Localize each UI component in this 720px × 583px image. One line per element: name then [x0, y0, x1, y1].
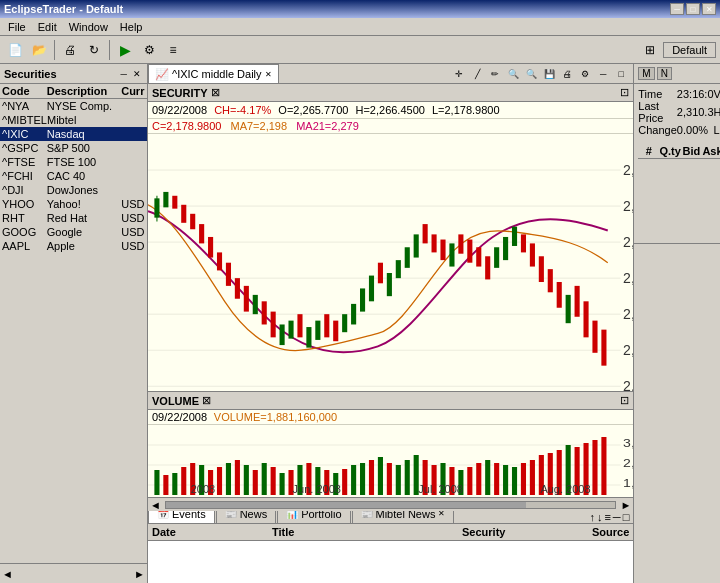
right-panel: M N ⊞ ─ □ Time 23:16:0 Volume 0 Last Pri… [633, 64, 720, 583]
chart-tool-cursor[interactable]: ✛ [451, 66, 467, 82]
chart-tab-close[interactable]: ✕ [265, 70, 272, 79]
chart-ma7: MA7=2,198 [230, 120, 287, 132]
chart-maximize[interactable]: □ [613, 66, 629, 82]
menu-edit[interactable]: Edit [32, 20, 63, 34]
security-row-fchi[interactable]: ^FCHICAC 40 [0, 169, 147, 183]
security-curr: USD [119, 198, 147, 210]
svg-rect-28 [333, 321, 338, 342]
settings-button[interactable]: ⚙ [138, 39, 160, 61]
scroll-thumb[interactable] [166, 502, 526, 508]
svg-rect-17 [235, 278, 240, 299]
svg-rect-36 [405, 247, 410, 268]
x-label-3: Jul. 2008 [418, 483, 463, 495]
securities-table: Code Description Curr ^NYANYSE Comp.^MIB… [0, 84, 147, 563]
price-label-6: 2,250 [623, 342, 633, 358]
security-row-dji[interactable]: ^DJIDowJones [0, 183, 147, 197]
chart-scrollbar[interactable]: ◄ ► [148, 497, 633, 511]
security-code: ^NYA [0, 100, 45, 112]
profile-selector[interactable]: Default [663, 42, 716, 58]
scroll-right-btn[interactable]: ► [620, 499, 631, 511]
play-button[interactable]: ▶ [114, 39, 136, 61]
security-desc: DowJones [45, 184, 119, 196]
close-button[interactable]: ✕ [702, 3, 716, 15]
chart-tool-line[interactable]: ╱ [469, 66, 485, 82]
volume-icon: ⊠ [202, 394, 211, 407]
svg-rect-26 [315, 321, 320, 340]
chart-tab-ixic[interactable]: 📈 ^IXIC middle Daily ✕ [148, 64, 279, 83]
panel-scroll-right[interactable]: ► [134, 568, 145, 580]
svg-rect-48 [512, 227, 517, 246]
chart-config[interactable]: ⚙ [577, 66, 593, 82]
menu-window[interactable]: Window [63, 20, 114, 34]
x-label-1: 2008 [191, 483, 215, 495]
svg-rect-33 [378, 263, 383, 284]
panel-close[interactable]: ✕ [131, 69, 143, 79]
right-info-table: Time 23:16:0 Volume 0 Last Price 2,310.3… [638, 88, 720, 136]
chart-save[interactable]: 💾 [541, 66, 557, 82]
right-N-button[interactable]: N [657, 67, 672, 80]
svg-rect-42 [458, 234, 463, 253]
chart-zoom-in[interactable]: 🔍 [523, 66, 539, 82]
security-code: YHOO [0, 198, 45, 210]
volume-value: VOLUME=1,881,160,000 [214, 411, 337, 423]
security-row-yhoo[interactable]: YHOOYahoo!USD [0, 197, 147, 211]
chart-tool-pen[interactable]: ✏ [487, 66, 503, 82]
print-button[interactable]: 🖨 [59, 39, 81, 61]
panel-bottom: ◄ ► [0, 563, 147, 583]
security-curr [119, 114, 147, 126]
menu-help[interactable]: Help [114, 20, 149, 34]
svg-rect-35 [396, 260, 401, 278]
svg-rect-58 [601, 330, 606, 366]
tab-menu[interactable]: ≡ [604, 511, 610, 523]
scroll-left-btn[interactable]: ◄ [150, 499, 161, 511]
chart-print[interactable]: 🖨 [559, 66, 575, 82]
col-security: Security [458, 526, 588, 538]
svg-rect-18 [244, 286, 249, 312]
security-row-nya[interactable]: ^NYANYSE Comp. [0, 99, 147, 113]
chart-expand-icon[interactable]: ⊡ [620, 86, 629, 99]
open-button[interactable]: 📂 [28, 39, 50, 61]
col-code: Code [0, 85, 45, 97]
tab-maximize[interactable]: □ [623, 511, 630, 523]
securities-title: Securities [4, 68, 57, 80]
security-row-gspc[interactable]: ^GSPCS&P 500 [0, 141, 147, 155]
svg-rect-20 [262, 301, 267, 324]
minimize-button[interactable]: ─ [670, 3, 684, 15]
svg-rect-44 [476, 247, 481, 266]
security-code: AAPL [0, 240, 45, 252]
security-row-aapl[interactable]: AAPLAppleUSD [0, 239, 147, 253]
more-button[interactable]: ≡ [162, 39, 184, 61]
tab-nav-up[interactable]: ↑ [589, 511, 595, 523]
maximize-button[interactable]: □ [686, 3, 700, 15]
chart-zoom-out[interactable]: 🔍 [505, 66, 521, 82]
chart-tab-label: ^IXIC middle Daily [172, 68, 262, 80]
order-book-header: # Q.ty Bid Ask Q.ty # [638, 144, 720, 159]
menu-file[interactable]: File [2, 20, 32, 34]
view-button[interactable]: ⊞ [639, 39, 661, 61]
security-row-ixic[interactable]: ^IXICNasdaq [0, 127, 147, 141]
ohlc-bar: 09/22/2008 CH=-4.17% O=2,265.7700 H=2,26… [148, 102, 633, 119]
panel-minimize[interactable]: ─ [119, 69, 129, 79]
chart-minimize[interactable]: ─ [595, 66, 611, 82]
price-label-1: 2,500 [623, 162, 633, 178]
scroll-track[interactable] [165, 501, 617, 509]
tab-minimize[interactable]: ─ [613, 511, 621, 523]
new-button[interactable]: 📄 [4, 39, 26, 61]
volume-info: 09/22/2008 VOLUME=1,881,160,000 [148, 410, 633, 425]
security-row-rht[interactable]: RHTRed HatUSD [0, 211, 147, 225]
chart-high: H=2,266.4500 [355, 104, 424, 116]
price-label-3: 2,400 [623, 234, 633, 250]
refresh-button[interactable]: ↻ [83, 39, 105, 61]
svg-rect-15 [217, 252, 222, 270]
col-date: Date [148, 526, 268, 538]
panel-scroll-left[interactable]: ◄ [2, 568, 13, 580]
tab-nav-down[interactable]: ↓ [597, 511, 603, 523]
volume-expand[interactable]: ⊡ [620, 394, 629, 407]
security-row-mibtel[interactable]: ^MIBTELMibtel [0, 113, 147, 127]
security-row-goog[interactable]: GOOGGoogleUSD [0, 225, 147, 239]
volume-area: VOLUME ⊠ ⊡ 09/22/2008 VOLUME=1,881,160,0… [148, 392, 633, 502]
right-M-button[interactable]: M [638, 67, 654, 80]
security-row-ftse[interactable]: ^FTSEFTSE 100 [0, 155, 147, 169]
svg-rect-34 [387, 273, 392, 296]
svg-rect-32 [369, 276, 374, 302]
